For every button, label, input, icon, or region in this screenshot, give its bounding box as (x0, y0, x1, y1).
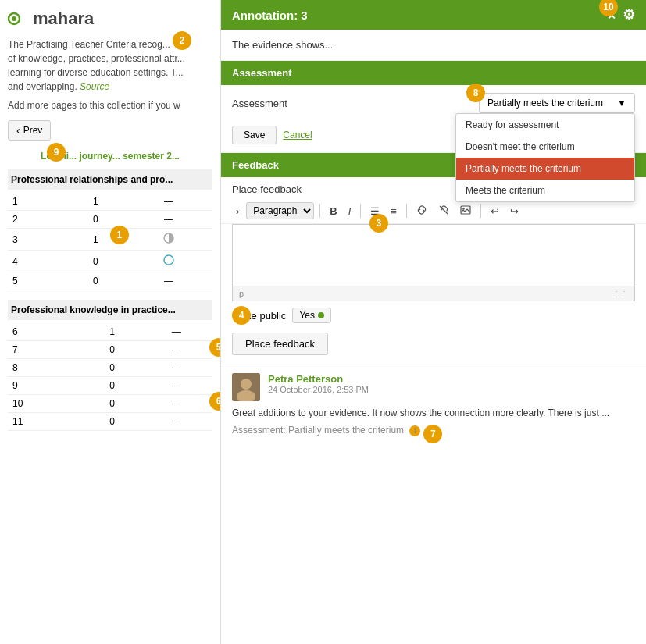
annotation-title: Annotation: 3 (232, 9, 308, 22)
badge-10: 10 (599, 0, 618, 16)
comment-date: 24 October 2016, 2:53 PM (268, 385, 635, 394)
dropdown-item-doesnt[interactable]: Doesn't meet the criterium (456, 136, 634, 158)
section-2-table: 61— 70 — 5 80— 90— 100 — 6 110— (8, 323, 212, 431)
editor-area[interactable] (232, 224, 635, 286)
make-public-row: Make public Yes 4 (221, 301, 646, 329)
editor-footer-text: p (239, 289, 244, 298)
learning-journey: Learni... journey... semester 2... (8, 151, 212, 162)
badge-2: 2 (173, 31, 191, 50)
svg-point-3 (164, 255, 173, 265)
table-row: 100 — 6 (8, 395, 212, 413)
svg-rect-5 (461, 206, 470, 214)
table-row: 11— (8, 193, 212, 211)
toolbar-chevron[interactable]: › (232, 204, 243, 219)
badge-5: 5 (209, 338, 221, 357)
image-icon (460, 205, 471, 215)
comment-section: Petra Petterson 24 October 2016, 2:53 PM… (221, 365, 646, 444)
dropdown-wrapper: Partially meets the criterium ▼ 8 Ready … (479, 93, 635, 113)
comment-header: Petra Petterson 24 October 2016, 2:53 PM (232, 373, 635, 401)
toolbar-divider-3 (406, 204, 407, 218)
comment-text: Great additions to your evidence. It now… (232, 406, 635, 420)
prev-button[interactable]: Prev (8, 120, 51, 141)
table-row: 20— (8, 211, 212, 229)
intro-text: The Practising Teacher Criteria recog...… (8, 37, 185, 94)
half-circle-icon (162, 232, 175, 244)
unlink-icon (438, 205, 449, 215)
toolbar-divider-2 (360, 204, 361, 218)
mahara-logo-icon (8, 8, 30, 30)
table-row: 80— (8, 359, 212, 377)
toolbar-divider-1 (319, 204, 320, 218)
evidence-text: The evidence shows... (221, 30, 646, 61)
section-header-1: Professional relationships and pro... (8, 169, 212, 190)
table-row: 61— (8, 323, 212, 341)
add-more-text: Add more pages to this collection if you… (8, 100, 212, 111)
logo-area: mahara (8, 8, 212, 30)
image-button[interactable] (456, 203, 475, 219)
assessment-label: Assessment (232, 98, 287, 109)
avatar-image (232, 373, 260, 401)
cancel-button[interactable]: Cancel (283, 126, 312, 144)
source-link[interactable]: Source (80, 81, 109, 92)
dropdown-menu: Ready for assessment Doesn't meet the cr… (455, 113, 635, 202)
avatar (232, 373, 260, 401)
redo-button[interactable]: ↪ (506, 204, 523, 219)
dropdown-item-ready[interactable]: Ready for assessment (456, 114, 634, 136)
table-row: 90— (8, 377, 212, 395)
circle-icon (162, 254, 175, 266)
gear-icon[interactable]: ⚙ (623, 6, 635, 23)
toolbar-divider-4 (480, 204, 481, 218)
right-panel: Annotation: 3 ✕ 10 ⚙ The evidence shows.… (221, 0, 646, 644)
green-dot-icon (318, 312, 324, 318)
badge-3: 3 (369, 214, 388, 233)
badge-6: 6 (209, 392, 221, 411)
left-panel: mahara The Practising Teacher Criteria r… (0, 0, 221, 644)
table-row: 3 1 1 (8, 229, 212, 251)
dropdown-value: Partially meets the criterium (487, 98, 603, 109)
dropdown-item-partially[interactable]: Partially meets the criterium (456, 158, 634, 180)
section-header-2: Professional knowledge in practice... (8, 300, 212, 320)
assessment-note: Assessment: Partially meets the criteriu… (232, 425, 635, 436)
yes-badge[interactable]: Yes (292, 308, 331, 323)
paragraph-select[interactable]: Paragraph (246, 202, 314, 219)
badge-1: 1 (110, 226, 129, 244)
commenter-name[interactable]: Petra Petterson (268, 373, 635, 385)
save-button[interactable]: Save (232, 126, 277, 144)
undo-button[interactable]: ↩ (487, 204, 503, 219)
table-row: 70 — 5 (8, 341, 212, 359)
yes-label: Yes (299, 310, 315, 321)
chevron-down-icon: ▼ (617, 98, 626, 109)
badge-9: 9 (47, 143, 66, 162)
table-row: 110— (8, 413, 212, 431)
italic-button[interactable]: I (344, 204, 355, 219)
ordered-list-button[interactable]: ≡ (387, 204, 401, 219)
editor-footer: p ⋮⋮ (232, 286, 635, 301)
place-feedback-button[interactable]: Place feedback (232, 333, 328, 355)
unlink-button[interactable] (434, 203, 453, 219)
annotation-header: Annotation: 3 ✕ 10 ⚙ (221, 0, 646, 30)
link-button[interactable] (412, 203, 431, 219)
svg-point-6 (462, 208, 464, 209)
svg-point-1 (12, 16, 16, 21)
link-icon (416, 205, 427, 215)
dropdown-item-meets[interactable]: Meets the criterium (456, 180, 634, 201)
comment-meta: Petra Petterson 24 October 2016, 2:53 PM (268, 373, 635, 394)
resize-handle[interactable]: ⋮⋮ (612, 290, 628, 298)
info-icon: i (409, 425, 420, 436)
assessment-dropdown[interactable]: Partially meets the criterium ▼ (479, 93, 635, 113)
svg-point-8 (241, 379, 252, 390)
section-1-table: 11— 20— 3 1 1 40 (8, 193, 212, 290)
badge-7: 7 (423, 425, 442, 443)
app-name: mahara (33, 9, 94, 29)
badge-8: 8 (466, 84, 485, 102)
table-row: 40 (8, 251, 212, 272)
assessment-bar: Assessment (221, 61, 646, 85)
badge-4: 4 (232, 306, 251, 325)
table-row: 50— (8, 272, 212, 290)
bold-button[interactable]: B (326, 204, 341, 219)
assessment-row: Assessment Partially meets the criterium… (221, 85, 646, 121)
